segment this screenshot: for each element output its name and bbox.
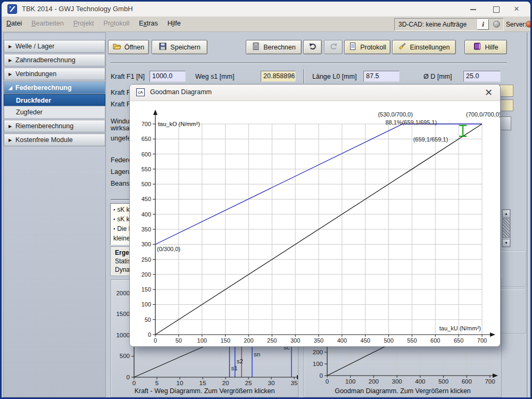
- dialog-close-button[interactable]: ✕: [485, 87, 493, 98]
- sidebar-item-riemenberechnung[interactable]: ▶Riemenberechnung: [4, 120, 105, 132]
- save-disk-icon: [159, 42, 167, 52]
- svg-text:200: 200: [244, 337, 253, 344]
- menu-bearbeiten: Bearbeiten: [27, 17, 68, 31]
- svg-text:50: 50: [145, 317, 151, 323]
- sidebar-item-kostenfreie-module[interactable]: ▶Kostenfreie Module: [4, 134, 105, 146]
- sidebar-item-label: Welle / Lager: [15, 43, 54, 50]
- svg-text:10: 10: [177, 380, 184, 385]
- titlebar: TBK 2014 - GWJ Technology GmbH ×: [2, 2, 530, 17]
- scroll-up-button[interactable]: ▲: [502, 210, 510, 218]
- svg-text:s2: s2: [237, 358, 243, 364]
- partial-button[interactable]: [500, 117, 511, 130]
- -ffnen-button[interactable]: Öffnen: [108, 40, 149, 54]
- sidebar-item-label: Verbindungen: [15, 70, 56, 78]
- undo-button[interactable]: [303, 40, 322, 54]
- redo-icon: [329, 42, 338, 52]
- partial-input-field[interactable]: [500, 85, 513, 97]
- toolbar-separator: [111, 62, 507, 64]
- help-book-icon: [473, 42, 481, 52]
- svg-text:150: 150: [220, 337, 230, 344]
- button-label: Hilfe: [485, 44, 498, 51]
- server-status-led-icon: [526, 21, 532, 28]
- svg-text:550: 550: [407, 337, 417, 344]
- menu-extras[interactable]: Extras: [134, 17, 162, 31]
- field-label-partial: Federe: [111, 156, 132, 164]
- bullet-icon: ▪: [113, 207, 115, 212]
- berechnen-button[interactable]: Berechnen: [246, 40, 302, 54]
- hint-message: ▪sK k: [113, 206, 130, 213]
- results-line: Dyna: [115, 266, 130, 273]
- minimize-button[interactable]: [462, 2, 484, 16]
- svg-text:50: 50: [176, 337, 182, 344]
- hilfe-button[interactable]: Hilfe: [464, 40, 507, 54]
- menu-protokoll: Protokoll: [99, 17, 135, 31]
- button-label: Öffnen: [124, 44, 144, 51]
- speichern-button[interactable]: Speichern: [152, 40, 207, 54]
- protokoll-button[interactable]: Protokoll: [344, 40, 390, 54]
- svg-text:500: 500: [142, 181, 151, 187]
- svg-text:700: 700: [142, 121, 151, 127]
- field-label-partial: Lageru: [111, 168, 131, 176]
- l-nge-l0-input[interactable]: 87.5: [363, 71, 400, 82]
- svg-text:20: 20: [222, 380, 229, 385]
- svg-text:300: 300: [392, 378, 402, 385]
- sidebar-item-verbindungen[interactable]: ▶Verbindungen: [4, 68, 105, 80]
- menu-projekt: Projekt: [69, 17, 99, 31]
- field-label-partial: Windur: [111, 118, 132, 125]
- svg-text:200: 200: [142, 271, 151, 278]
- hint-message: kleine: [113, 235, 130, 242]
- svg-text:100: 100: [142, 301, 151, 307]
- sidebar-item-welle-lager[interactable]: ▶Welle / Lager: [4, 40, 105, 53]
- svg-text:(530,0/700,0): (530,0/700,0): [378, 111, 412, 118]
- -d-input[interactable]: 25.0: [463, 71, 501, 82]
- undo-icon: [309, 42, 317, 52]
- einstellungen-button[interactable]: Einstellungen: [392, 40, 456, 54]
- chevron-collapsed-icon: ▶: [9, 41, 15, 53]
- svg-text:1000: 1000: [116, 332, 130, 338]
- svg-text:200: 200: [313, 349, 323, 355]
- button-label: Speichern: [170, 44, 200, 51]
- scroll-down-button[interactable]: ▼: [502, 239, 510, 247]
- maximize-button[interactable]: [486, 2, 507, 16]
- sidebar-item-federberechnung[interactable]: ◢Federberechnung: [4, 81, 105, 94]
- sidebar-item-label: Riemenberechnung: [15, 122, 73, 130]
- kraft-f1-input[interactable]: 1000.0: [149, 71, 186, 82]
- dialog-titlebar[interactable]: cA Goodman Diagramm ✕: [130, 85, 500, 101]
- goodman-diagram-chart: 0501001502002503003504004505005506006507…: [130, 101, 500, 346]
- vertical-scrollbar[interactable]: ▲ ▼: [502, 209, 511, 247]
- chevron-collapsed-icon: ▶: [9, 69, 15, 80]
- form-group-separator: [303, 69, 305, 84]
- menu-hilfe[interactable]: Hilfe: [163, 17, 186, 31]
- cad-status-box: 3D-CAD: keine Aufträge i: [394, 18, 504, 31]
- cad-status-text: 3D-CAD: keine Aufträge: [398, 21, 467, 28]
- field-label: Länge L0 [mm]: [312, 73, 356, 80]
- scroll-thumb[interactable]: [502, 218, 510, 238]
- sidebar-item-label: Druckfeder: [16, 97, 51, 104]
- svg-text:550: 550: [142, 166, 151, 172]
- svg-text:400: 400: [142, 211, 151, 218]
- sidebar-item-zahnradberechnung[interactable]: ▶Zahnradberechnung: [4, 54, 105, 66]
- svg-text:100: 100: [197, 337, 207, 344]
- svg-text:100: 100: [313, 361, 323, 367]
- sidebar: ▶Welle / Lager▶Zahnradberechnung▶Verbind…: [3, 32, 106, 397]
- open-folder-icon: [113, 42, 121, 52]
- svg-text:600: 600: [142, 151, 151, 157]
- menu-datei[interactable]: Datei: [2, 17, 27, 31]
- svg-text:(0/300,0): (0/300,0): [157, 246, 180, 252]
- sidebar-item-zugfeder[interactable]: Zugfeder: [4, 106, 105, 119]
- partial-input-field[interactable]: [500, 99, 513, 111]
- field-label: Ø D [mm]: [423, 73, 452, 80]
- svg-text:88,1%(659,1/695,1): 88,1%(659,1/695,1): [385, 119, 437, 126]
- info-button[interactable]: i: [477, 19, 489, 30]
- svg-text:(700,0/700,0): (700,0/700,0): [466, 111, 500, 118]
- weg-s1-input[interactable]: 20.858896: [261, 71, 296, 82]
- svg-text:0: 0: [132, 380, 136, 385]
- field-label: Kraft F1 [N]: [111, 73, 145, 80]
- sidebar-item-druckfeder[interactable]: Druckfeder: [4, 94, 105, 107]
- sidebar-item-label: Zahnradberechnung: [15, 56, 76, 64]
- partial-panel: [500, 251, 526, 287]
- svg-text:650: 650: [454, 337, 463, 344]
- close-button[interactable]: ×: [506, 2, 527, 16]
- svg-text:500: 500: [384, 337, 393, 344]
- svg-text:500: 500: [120, 353, 130, 359]
